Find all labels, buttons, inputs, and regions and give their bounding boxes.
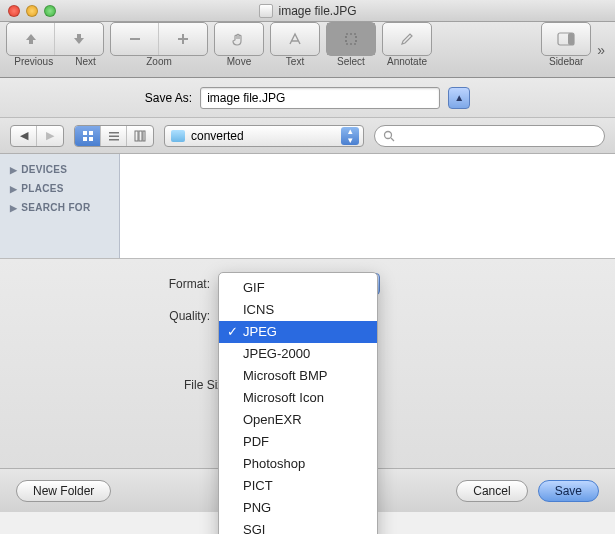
disclosure-triangle-icon: ▶ <box>10 203 17 213</box>
svg-rect-9 <box>89 131 93 135</box>
svg-rect-17 <box>143 131 145 141</box>
zoom-in-button[interactable] <box>159 23 207 55</box>
format-menu-item[interactable]: SGI <box>219 519 377 534</box>
minus-icon <box>128 32 142 46</box>
select-button[interactable] <box>327 23 375 55</box>
move-label: Move <box>227 56 251 67</box>
minimize-icon[interactable] <box>26 5 38 17</box>
traffic-lights <box>8 5 56 17</box>
text-button[interactable] <box>271 23 319 55</box>
format-menu-item[interactable]: PNG <box>219 497 377 519</box>
move-button[interactable] <box>215 23 263 55</box>
save-button[interactable]: Save <box>538 480 599 502</box>
previous-button[interactable] <box>7 23 55 55</box>
zoom-out-button[interactable] <box>111 23 159 55</box>
icon-view-button[interactable] <box>75 126 101 146</box>
previous-label: Previous <box>14 56 53 67</box>
file-list[interactable] <box>120 154 615 258</box>
nav-group <box>6 22 104 56</box>
format-menu-item[interactable]: GIF <box>219 277 377 299</box>
svg-rect-7 <box>568 33 574 45</box>
svg-rect-0 <box>29 39 33 44</box>
svg-rect-5 <box>346 34 356 44</box>
arrow-up-icon <box>23 31 39 47</box>
next-label: Next <box>75 56 96 67</box>
sidebar-item-places[interactable]: ▶PLACES <box>0 179 119 198</box>
select-label: Select <box>337 56 365 67</box>
triangle-up-icon: ▲ <box>454 92 464 103</box>
search-input[interactable] <box>374 125 605 147</box>
svg-rect-13 <box>109 135 119 137</box>
save-as-label: Save As: <box>145 91 192 105</box>
sidebar-item-devices[interactable]: ▶DEVICES <box>0 160 119 179</box>
sidebar-item-label: SEARCH FOR <box>21 202 90 213</box>
zoom-window-icon[interactable] <box>44 5 56 17</box>
document-icon <box>258 4 272 18</box>
format-menu-item[interactable]: Photoshop <box>219 453 377 475</box>
triangle-right-icon: ▶ <box>46 129 54 142</box>
annotate-button[interactable] <box>383 23 431 55</box>
svg-rect-4 <box>182 34 184 44</box>
list-view-button[interactable] <box>101 126 127 146</box>
sidebar-item-label: PLACES <box>21 183 63 194</box>
format-menu-item[interactable]: ICNS <box>219 299 377 321</box>
format-menu[interactable]: GIFICNSJPEGJPEG-2000Microsoft BMPMicroso… <box>218 272 378 534</box>
browser-nav-row: ◀ ▶ converted ▴▾ <box>0 118 615 154</box>
window-title-text: image file.JPG <box>278 4 356 18</box>
plus-icon <box>176 32 190 46</box>
view-switcher <box>74 125 154 147</box>
format-menu-item[interactable]: Microsoft BMP <box>219 365 377 387</box>
annotate-label: Annotate <box>387 56 427 67</box>
arrow-down-icon <box>71 31 87 47</box>
sidebar-item-searchfor[interactable]: ▶SEARCH FOR <box>0 198 119 217</box>
svg-rect-15 <box>135 131 138 141</box>
sidebar-item-label: DEVICES <box>21 164 67 175</box>
save-as-input[interactable] <box>200 87 440 109</box>
toolbar: PreviousNext Zoom Move Text Select Annot… <box>0 22 615 78</box>
list-icon <box>108 130 120 142</box>
format-menu-item[interactable]: JPEG-2000 <box>219 343 377 365</box>
toolbar-overflow-icon[interactable]: » <box>597 42 605 58</box>
svg-rect-8 <box>83 131 87 135</box>
format-menu-item[interactable]: OpenEXR <box>219 409 377 431</box>
back-button[interactable]: ◀ <box>11 126 37 146</box>
disclosure-button[interactable]: ▲ <box>448 87 470 109</box>
folder-icon <box>171 130 185 142</box>
svg-rect-11 <box>89 137 93 141</box>
window-title: image file.JPG <box>258 4 356 18</box>
sidebar-button[interactable] <box>542 23 590 55</box>
pencil-icon <box>399 31 415 47</box>
window-titlebar: image file.JPG <box>0 0 615 22</box>
svg-rect-14 <box>109 139 119 141</box>
svg-rect-1 <box>77 34 81 39</box>
folder-popup[interactable]: converted ▴▾ <box>164 125 364 147</box>
text-icon <box>287 31 303 47</box>
quality-label: Quality: <box>20 309 220 323</box>
triangle-left-icon: ◀ <box>20 129 28 142</box>
format-menu-item[interactable]: PICT <box>219 475 377 497</box>
text-label: Text <box>286 56 304 67</box>
close-icon[interactable] <box>8 5 20 17</box>
search-icon <box>383 130 395 142</box>
svg-line-19 <box>391 138 394 141</box>
svg-rect-2 <box>130 38 140 40</box>
zoom-label: Zoom <box>146 56 172 67</box>
cancel-button[interactable]: Cancel <box>456 480 527 502</box>
next-button[interactable] <box>55 23 103 55</box>
column-view-button[interactable] <box>127 126 153 146</box>
history-nav: ◀ ▶ <box>10 125 64 147</box>
zoom-group <box>110 22 208 56</box>
disclosure-triangle-icon: ▶ <box>10 165 17 175</box>
hand-icon <box>231 31 247 47</box>
sidebar-icon <box>557 32 575 46</box>
selection-icon <box>343 31 359 47</box>
format-menu-item[interactable]: JPEG <box>219 321 377 343</box>
new-folder-button[interactable]: New Folder <box>16 480 111 502</box>
save-as-row: Save As: ▲ <box>0 78 615 118</box>
forward-button[interactable]: ▶ <box>37 126 63 146</box>
sidebar-label: Sidebar <box>549 56 583 67</box>
format-menu-item[interactable]: Microsoft Icon <box>219 387 377 409</box>
folder-name: converted <box>191 129 244 143</box>
format-menu-item[interactable]: PDF <box>219 431 377 453</box>
format-label: Format: <box>20 277 220 291</box>
